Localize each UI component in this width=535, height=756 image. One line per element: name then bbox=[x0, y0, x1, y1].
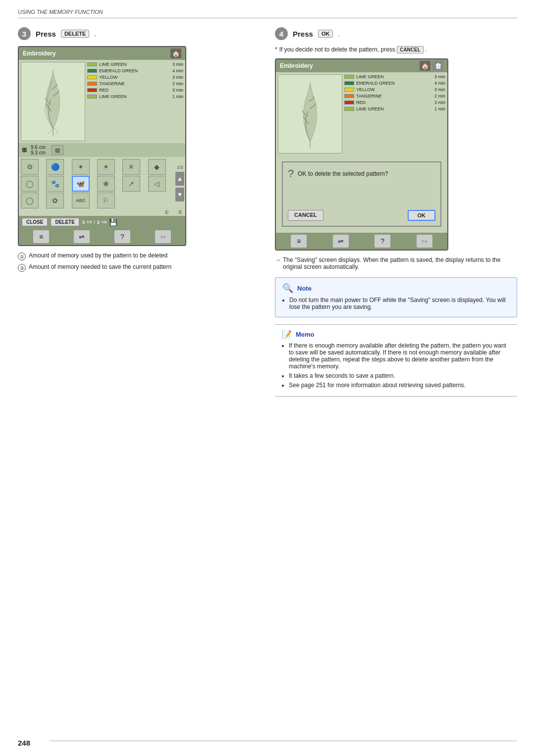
thread-time-1: 3 min bbox=[172, 62, 183, 67]
annot-num-2: ② bbox=[18, 264, 26, 272]
step3-key: DELETE bbox=[61, 30, 89, 38]
lcd-bottom-bar-step3: CLOSE DELETE 3 KB / 2 KB 💾 bbox=[19, 216, 185, 228]
annotation-1: ① Amount of memory used by the pattern t… bbox=[18, 252, 260, 260]
swatch-s4-2 bbox=[344, 81, 354, 85]
thread-name-s4-5: RED bbox=[356, 100, 432, 105]
thread-row-1: LIME GREEN 3 min bbox=[87, 62, 183, 67]
page-number: 248 bbox=[18, 739, 30, 747]
swatch-s4-1 bbox=[344, 75, 354, 79]
scroll-down-btn-step3[interactable]: ▼ bbox=[175, 188, 184, 202]
pattern-cell-14[interactable]: ✿ bbox=[46, 193, 64, 208]
dialog-ok-button[interactable]: OK bbox=[408, 210, 436, 221]
note-header: 🔍 Note bbox=[282, 283, 510, 294]
trash-icon-step4[interactable]: 🗑 bbox=[432, 61, 443, 71]
annotation-2: ② Amount of memory needed to save the cu… bbox=[18, 263, 260, 272]
asterisk-note: * If you decide not to delete the patter… bbox=[275, 46, 517, 53]
scroll-up-btn-step3[interactable]: ▲ bbox=[175, 172, 184, 186]
thread-time-4: 2 min bbox=[172, 81, 183, 86]
lcd-titlebar-icons-step4: 🏠 🗑 bbox=[420, 61, 443, 71]
close-button-step3[interactable]: CLOSE bbox=[22, 218, 48, 226]
step4-instruction: Press bbox=[293, 30, 313, 38]
memory-icon-step3: ▤ bbox=[52, 145, 63, 155]
thread-time-s4-3: 3 min bbox=[434, 87, 445, 92]
lcd-titlebar-step4: Embroidery 🏠 🗑 bbox=[276, 59, 447, 72]
note-icon: 🔍 bbox=[282, 283, 293, 294]
size-values-step3: 9.6 cm 9.3 cm bbox=[31, 145, 46, 155]
mem-separator: / bbox=[94, 220, 96, 225]
pattern-cell-2[interactable]: 🔵 bbox=[46, 159, 64, 175]
thread-name-5: RED bbox=[99, 88, 170, 93]
leaf-svg-step3 bbox=[23, 64, 83, 139]
memo-header: 📝 Memo bbox=[282, 330, 510, 339]
thread-name-1: LIME GREEN bbox=[99, 62, 170, 67]
step3-circle: 3 bbox=[18, 27, 31, 40]
footer-icon-2-step3[interactable]: ⇌ bbox=[74, 230, 90, 243]
pattern-cell-13[interactable]: ◯ bbox=[21, 193, 39, 208]
pattern-cell-5[interactable]: ✕ bbox=[122, 159, 140, 175]
home-icon-step3[interactable]: 🏠 bbox=[170, 49, 181, 58]
lcd-pattern-area-step3 bbox=[21, 62, 85, 141]
dialog-cancel-button[interactable]: CANCEL bbox=[288, 210, 323, 221]
pattern-cell-10[interactable]: ❀ bbox=[97, 176, 115, 192]
memo-item-2: It takes a few seconds to save a pattern… bbox=[289, 372, 510, 379]
footer-icon-1-step4[interactable]: ≡ bbox=[291, 235, 307, 248]
footer-icon-2-step4[interactable]: ⇌ bbox=[333, 235, 349, 248]
annotation-list-step3: ① Amount of memory used by the pattern t… bbox=[18, 252, 260, 272]
memo-title: Memo bbox=[296, 331, 315, 338]
bottom-line bbox=[50, 741, 517, 741]
lcd-footer-step4: ≡ ⇌ ? ↑○ bbox=[276, 233, 447, 250]
lcd-content-step3: LIME GREEN 3 min EMERALD GREEN 4 min YEL… bbox=[19, 60, 185, 143]
pattern-cell-3[interactable]: ✦ bbox=[72, 159, 90, 175]
annotation-markers: ① ② bbox=[19, 209, 185, 215]
memo-box: 📝 Memo If there is enough memory availab… bbox=[275, 324, 517, 397]
swatch-6 bbox=[87, 95, 97, 99]
footer-icon-3-step3[interactable]: ? bbox=[114, 230, 130, 243]
thread-row-s4-1: LIME GREEN 3 min bbox=[344, 74, 445, 79]
pattern-cell-4[interactable]: ✶ bbox=[97, 159, 115, 175]
thread-name-s4-4: TANGERINE bbox=[356, 94, 432, 99]
dialog-area-step4: ? OK to delete the selected pattern? CAN… bbox=[276, 155, 447, 233]
annot-text-1: Amount of memory used by the pattern to … bbox=[29, 252, 167, 259]
lcd-footer-step3: ≡ ⇌ ? ↑○ bbox=[19, 228, 185, 245]
cancel-button-inline: CANCEL bbox=[397, 46, 424, 53]
footer-icon-4-step3[interactable]: ↑○ bbox=[155, 230, 171, 243]
pattern-cell-12[interactable]: ◁ bbox=[148, 176, 166, 192]
pattern-cell-16[interactable]: ⚐ bbox=[97, 193, 115, 208]
swatch-s4-3 bbox=[344, 88, 354, 92]
step4-circle: 4 bbox=[275, 27, 288, 40]
pattern-cell-9[interactable]: 🦋 bbox=[72, 176, 90, 192]
pattern-cell-1[interactable]: ⚙ bbox=[21, 159, 39, 175]
thread-row-s4-3: YELLOW 3 min bbox=[344, 87, 445, 92]
note-item-1: Do not turn the main power to OFF while … bbox=[289, 297, 510, 310]
step4-key: OK bbox=[318, 30, 333, 38]
thread-list-step4: LIME GREEN 3 min EMERALD GREEN 4 min YEL… bbox=[344, 74, 445, 153]
thread-name-s4-3: YELLOW bbox=[356, 87, 432, 92]
pattern-cell-15[interactable]: ABC bbox=[72, 193, 90, 208]
thread-row-s4-5: RED 3 min bbox=[344, 100, 445, 105]
lcd-titlebar-step3: Embroidery 🏠 bbox=[19, 47, 185, 60]
thread-time-s4-5: 3 min bbox=[434, 100, 445, 105]
page-header: USING THE MEMORY FUNCTION bbox=[18, 9, 517, 18]
mem-label1: KB bbox=[87, 220, 92, 224]
swatch-5 bbox=[87, 88, 97, 92]
delete-button-step3[interactable]: DELETE bbox=[51, 218, 79, 226]
thread-time-5: 3 min bbox=[172, 88, 183, 93]
asterisk-text-end: . bbox=[425, 46, 427, 53]
thread-row-3: YELLOW 3 min bbox=[87, 75, 183, 80]
thread-time-s4-6: 1 min bbox=[434, 106, 445, 111]
annot-num-1: ① bbox=[18, 252, 26, 260]
pattern-cell-8[interactable]: 🐾 bbox=[46, 176, 64, 192]
thread-name-s4-1: LIME GREEN bbox=[356, 74, 432, 79]
footer-icon-1-step3[interactable]: ≡ bbox=[33, 230, 49, 243]
pattern-cell-7[interactable]: ◯ bbox=[21, 176, 39, 192]
lcd-screen-step4: Embroidery 🏠 🗑 bbox=[275, 58, 448, 251]
footer-icon-4-step4[interactable]: ↑○ bbox=[417, 235, 432, 248]
page-indicator-step3: 1/3 bbox=[176, 164, 184, 171]
leaf-svg-step4 bbox=[280, 77, 340, 151]
pattern-cell-11[interactable]: ↗ bbox=[122, 176, 140, 192]
footer-icon-3-step4[interactable]: ? bbox=[374, 235, 390, 248]
pattern-cell-6[interactable]: ◆ bbox=[148, 159, 166, 175]
thread-row-s4-4: TANGERINE 2 min bbox=[344, 94, 445, 99]
asterisk-star: * bbox=[275, 46, 277, 53]
home-icon-step4[interactable]: 🏠 bbox=[420, 61, 430, 71]
